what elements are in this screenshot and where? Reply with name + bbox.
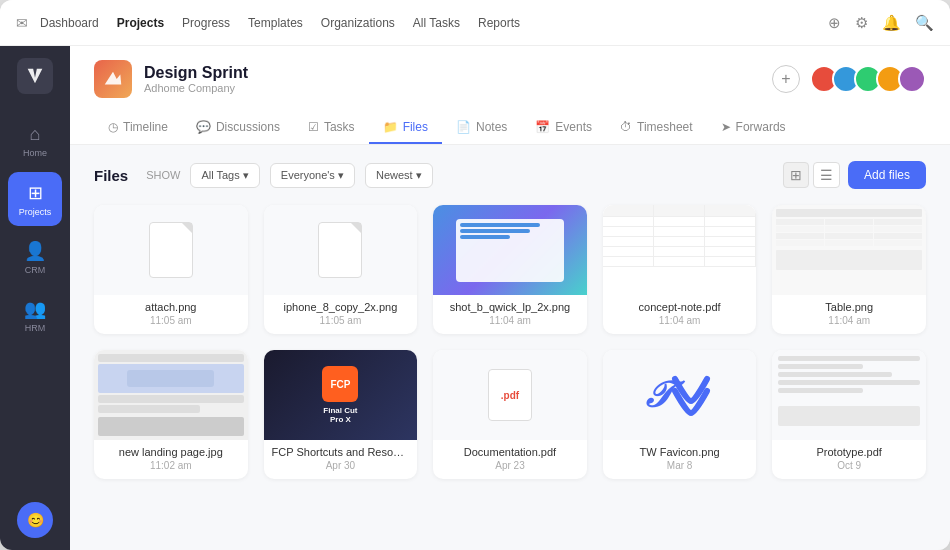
file-time-fcp: Apr 30: [272, 460, 410, 471]
nav-dashboard[interactable]: Dashboard: [40, 16, 99, 30]
file-card-proto[interactable]: Prototype.pdf Oct 9: [772, 350, 926, 479]
project-header-right: +: [772, 65, 926, 93]
nav-alltasks[interactable]: All Tasks: [413, 16, 460, 30]
tab-events[interactable]: 📅 Events: [521, 112, 606, 144]
landing-preview: [94, 350, 248, 440]
tasks-icon: ☑: [308, 120, 319, 134]
file-name-landing: new landing page.jpg: [102, 446, 240, 458]
view-toggle: ⊞ ☰: [783, 162, 840, 188]
pdf-icon: .pdf: [488, 369, 532, 421]
fcp-title: Final CutPro X: [323, 406, 357, 424]
file-card-table[interactable]: Table.png 11:04 am: [772, 205, 926, 334]
grid-view-button[interactable]: ⊞: [783, 162, 809, 188]
tab-files[interactable]: 📁 Files: [369, 112, 442, 144]
file-name-shot: shot_b_qwick_lp_2x.png: [441, 301, 579, 313]
tw-container: 𝒯: [603, 350, 757, 440]
tab-notes-label: Notes: [476, 120, 507, 134]
file-thumb-attach: [94, 205, 248, 295]
table-row-5: [603, 257, 757, 267]
tab-forwards[interactable]: ➤ Forwards: [707, 112, 800, 144]
nav-reports[interactable]: Reports: [478, 16, 520, 30]
sidebar-item-hrm[interactable]: 👥 HRM: [8, 288, 62, 342]
file-card-landing[interactable]: new landing page.jpg 11:02 am: [94, 350, 248, 479]
files-title: Files: [94, 167, 128, 184]
file-time-proto: Oct 9: [780, 460, 918, 471]
tab-notes[interactable]: 📄 Notes: [442, 112, 521, 144]
file-thumb-concept: [603, 205, 757, 295]
file-name-tw: TW Favicon.png: [611, 446, 749, 458]
file-card-tw[interactable]: 𝒯 TW Favicon.png Mar 8: [603, 350, 757, 479]
nav-progress[interactable]: Progress: [182, 16, 230, 30]
nav-templates[interactable]: Templates: [248, 16, 303, 30]
bell-icon[interactable]: 🔔: [882, 14, 901, 32]
svg-marker-0: [105, 72, 122, 85]
sidebar-label-crm: CRM: [25, 265, 46, 275]
top-nav-icons: ⊕ ⚙ 🔔 🔍: [828, 14, 934, 32]
project-name: Design Sprint: [144, 64, 248, 82]
tw-logo: 𝒯: [644, 374, 667, 416]
nav-projects[interactable]: Projects: [117, 16, 164, 30]
fcp-preview: FCP Final CutPro X: [264, 350, 418, 440]
tab-timeline[interactable]: ◷ Timeline: [94, 112, 182, 144]
file-thumb-landing: [94, 350, 248, 440]
file-info-docs: Documentation.pdf Apr 23: [433, 440, 587, 479]
sidebar-item-home[interactable]: ⌂ Home: [8, 114, 62, 168]
project-logo: [94, 60, 132, 98]
filter-everyones[interactable]: Everyone's ▾: [270, 163, 355, 188]
file-time-shot: 11:04 am: [441, 315, 579, 326]
sidebar-item-projects[interactable]: ⊞ Projects: [8, 172, 62, 226]
filter-newest[interactable]: Newest ▾: [365, 163, 433, 188]
file-thumb-fcp: FCP Final CutPro X: [264, 350, 418, 440]
main-layout: ⌂ Home ⊞ Projects 👤 CRM 👥 HRM 😊: [0, 46, 950, 550]
settings-icon[interactable]: ⚙: [855, 14, 868, 32]
file-card-shot[interactable]: shot_b_qwick_lp_2x.png 11:04 am: [433, 205, 587, 334]
file-thumb-tw: 𝒯: [603, 350, 757, 440]
file-card-attach[interactable]: attach.png 11:05 am: [94, 205, 248, 334]
fcp-logo: FCP: [322, 366, 358, 402]
file-name-attach: attach.png: [102, 301, 240, 313]
file-card-docs[interactable]: .pdf Documentation.pdf Apr 23: [433, 350, 587, 479]
file-info-landing: new landing page.jpg 11:02 am: [94, 440, 248, 479]
show-label: SHOW: [146, 169, 180, 181]
nav-organizations[interactable]: Organizations: [321, 16, 395, 30]
table-row-3: [603, 237, 757, 247]
tab-discussions[interactable]: 💬 Discussions: [182, 112, 294, 144]
files-toolbar: Files SHOW All Tags ▾ Everyone's ▾ Newes…: [94, 161, 926, 189]
tw-svg: [667, 371, 715, 419]
add-files-button[interactable]: Add files: [848, 161, 926, 189]
tab-tasks[interactable]: ☑ Tasks: [294, 112, 369, 144]
filter-all-tags[interactable]: All Tags ▾: [190, 163, 259, 188]
timesheet-icon: ⏱: [620, 120, 632, 134]
file-thumb-table: [772, 205, 926, 295]
mail-icon[interactable]: ✉: [16, 15, 28, 31]
timeline-icon: ◷: [108, 120, 118, 134]
file-thumb-shot: [433, 205, 587, 295]
file-card-fcp[interactable]: FCP Final CutPro X FCP Shortcuts and Res…: [264, 350, 418, 479]
sidebar: ⌂ Home ⊞ Projects 👤 CRM 👥 HRM 😊: [0, 46, 70, 550]
doc-icon-2: [318, 222, 362, 278]
app-logo: [17, 58, 53, 94]
file-grid: attach.png 11:05 am iphone_8_copy_2x.png…: [94, 205, 926, 479]
table-row-2: [603, 227, 757, 237]
file-name-docs: Documentation.pdf: [441, 446, 579, 458]
search-icon[interactable]: 🔍: [915, 14, 934, 32]
list-view-button[interactable]: ☰: [813, 162, 840, 188]
tab-timesheet-label: Timesheet: [637, 120, 693, 134]
tab-timeline-label: Timeline: [123, 120, 168, 134]
add-circle-icon[interactable]: ⊕: [828, 14, 841, 32]
home-icon: ⌂: [30, 124, 41, 145]
table-header: [603, 205, 757, 217]
pdf-box: .pdf: [488, 369, 532, 421]
tab-tasks-label: Tasks: [324, 120, 355, 134]
file-card-iphone[interactable]: iphone_8_copy_2x.png 11:05 am: [264, 205, 418, 334]
forwards-icon: ➤: [721, 120, 731, 134]
tab-events-label: Events: [555, 120, 592, 134]
avatar-5: [898, 65, 926, 93]
add-member-button[interactable]: +: [772, 65, 800, 93]
file-card-concept[interactable]: concept-note.pdf 11:04 am: [603, 205, 757, 334]
file-time-attach: 11:05 am: [102, 315, 240, 326]
tab-timesheet[interactable]: ⏱ Timesheet: [606, 112, 707, 144]
crm-icon: 👤: [24, 240, 46, 262]
user-avatar[interactable]: 😊: [17, 502, 53, 538]
sidebar-item-crm[interactable]: 👤 CRM: [8, 230, 62, 284]
